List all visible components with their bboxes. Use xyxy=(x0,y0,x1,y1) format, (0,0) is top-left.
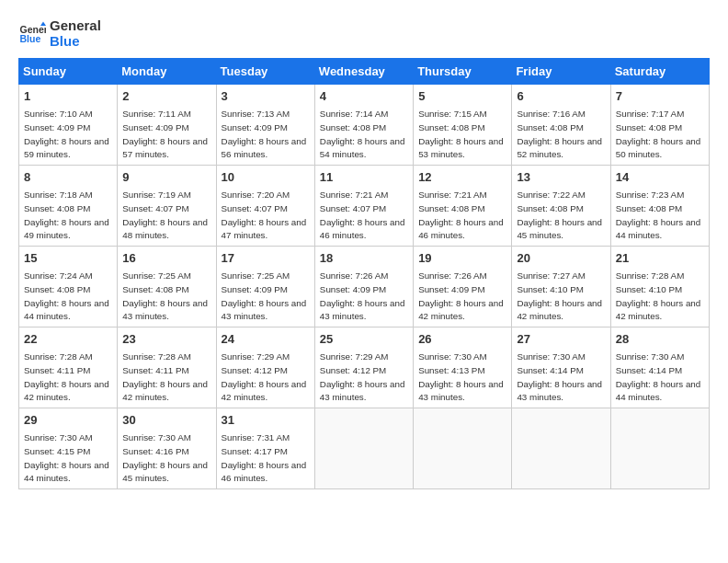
logo: General Blue General Blue xyxy=(18,18,101,49)
calendar-cell: 6Sunrise: 7:16 AMSunset: 4:08 PMDaylight… xyxy=(512,85,610,166)
calendar-cell: 31Sunrise: 7:31 AMSunset: 4:17 PMDayligh… xyxy=(216,408,314,489)
page-header: General Blue General Blue xyxy=(18,18,710,49)
day-info: Sunrise: 7:14 AMSunset: 4:08 PMDaylight:… xyxy=(320,109,405,159)
day-number: 4 xyxy=(320,88,408,105)
week-row-1: 1Sunrise: 7:10 AMSunset: 4:09 PMDaylight… xyxy=(19,85,710,166)
day-info: Sunrise: 7:30 AMSunset: 4:16 PMDaylight:… xyxy=(122,432,208,483)
day-number: 12 xyxy=(418,169,506,186)
day-info: Sunrise: 7:15 AMSunset: 4:08 PMDaylight:… xyxy=(418,109,504,159)
day-info: Sunrise: 7:30 AMSunset: 4:15 PMDaylight:… xyxy=(24,432,109,483)
day-number: 25 xyxy=(320,331,408,348)
day-info: Sunrise: 7:23 AMSunset: 4:08 PMDaylight:… xyxy=(616,190,701,240)
calendar-cell: 21Sunrise: 7:28 AMSunset: 4:10 PMDayligh… xyxy=(610,247,709,327)
calendar-cell: 13Sunrise: 7:22 AMSunset: 4:08 PMDayligh… xyxy=(512,166,610,247)
logo-line2: Blue xyxy=(50,34,101,50)
day-number: 16 xyxy=(122,250,210,267)
calendar-cell: 15Sunrise: 7:24 AMSunset: 4:08 PMDayligh… xyxy=(19,247,118,327)
day-info: Sunrise: 7:29 AMSunset: 4:12 PMDaylight:… xyxy=(320,351,405,402)
day-number: 3 xyxy=(222,88,310,105)
day-info: Sunrise: 7:11 AMSunset: 4:09 PMDaylight:… xyxy=(122,109,208,159)
calendar-cell: 26Sunrise: 7:30 AMSunset: 4:13 PMDayligh… xyxy=(414,327,512,408)
day-number: 22 xyxy=(24,331,112,348)
week-row-4: 22Sunrise: 7:28 AMSunset: 4:11 PMDayligh… xyxy=(19,327,710,408)
header-day-sunday: Sunday xyxy=(19,59,118,85)
day-number: 17 xyxy=(222,250,310,267)
calendar-cell: 5Sunrise: 7:15 AMSunset: 4:08 PMDaylight… xyxy=(414,85,512,166)
day-number: 8 xyxy=(24,169,112,186)
day-number: 1 xyxy=(24,88,112,105)
header-day-monday: Monday xyxy=(118,59,216,85)
day-number: 13 xyxy=(517,169,605,186)
day-info: Sunrise: 7:22 AMSunset: 4:08 PMDaylight:… xyxy=(517,190,602,240)
calendar-cell xyxy=(610,408,709,489)
day-number: 28 xyxy=(616,331,704,348)
calendar-cell xyxy=(314,408,413,489)
day-number: 10 xyxy=(222,169,310,186)
day-number: 18 xyxy=(320,250,408,267)
calendar-cell: 24Sunrise: 7:29 AMSunset: 4:12 PMDayligh… xyxy=(216,327,314,408)
day-number: 26 xyxy=(418,331,506,348)
day-info: Sunrise: 7:13 AMSunset: 4:09 PMDaylight:… xyxy=(222,109,307,159)
logo-line1: General xyxy=(50,18,101,34)
header-day-tuesday: Tuesday xyxy=(216,59,314,85)
calendar-cell: 27Sunrise: 7:30 AMSunset: 4:14 PMDayligh… xyxy=(512,327,610,408)
day-info: Sunrise: 7:24 AMSunset: 4:08 PMDaylight:… xyxy=(24,270,109,321)
day-info: Sunrise: 7:30 AMSunset: 4:14 PMDaylight:… xyxy=(517,351,602,402)
day-info: Sunrise: 7:30 AMSunset: 4:13 PMDaylight:… xyxy=(418,351,504,402)
day-info: Sunrise: 7:26 AMSunset: 4:09 PMDaylight:… xyxy=(320,270,405,321)
day-info: Sunrise: 7:26 AMSunset: 4:09 PMDaylight:… xyxy=(418,270,504,321)
week-row-5: 29Sunrise: 7:30 AMSunset: 4:15 PMDayligh… xyxy=(19,408,710,489)
week-row-2: 8Sunrise: 7:18 AMSunset: 4:08 PMDaylight… xyxy=(19,166,710,247)
day-number: 2 xyxy=(122,88,210,105)
calendar-cell: 25Sunrise: 7:29 AMSunset: 4:12 PMDayligh… xyxy=(314,327,413,408)
day-info: Sunrise: 7:25 AMSunset: 4:08 PMDaylight:… xyxy=(122,270,208,321)
day-info: Sunrise: 7:28 AMSunset: 4:10 PMDaylight:… xyxy=(616,270,701,321)
header-day-friday: Friday xyxy=(512,59,610,85)
calendar-cell xyxy=(512,408,610,489)
day-info: Sunrise: 7:21 AMSunset: 4:08 PMDaylight:… xyxy=(418,190,504,240)
header-day-saturday: Saturday xyxy=(610,59,709,85)
calendar-cell: 1Sunrise: 7:10 AMSunset: 4:09 PMDaylight… xyxy=(19,85,118,166)
calendar-cell: 23Sunrise: 7:28 AMSunset: 4:11 PMDayligh… xyxy=(118,327,216,408)
calendar-cell: 10Sunrise: 7:20 AMSunset: 4:07 PMDayligh… xyxy=(216,166,314,247)
day-number: 7 xyxy=(616,88,704,105)
day-info: Sunrise: 7:16 AMSunset: 4:08 PMDaylight:… xyxy=(517,109,602,159)
day-number: 6 xyxy=(517,88,605,105)
calendar-cell: 29Sunrise: 7:30 AMSunset: 4:15 PMDayligh… xyxy=(19,408,118,489)
calendar-cell: 7Sunrise: 7:17 AMSunset: 4:08 PMDaylight… xyxy=(610,85,709,166)
header-row: SundayMondayTuesdayWednesdayThursdayFrid… xyxy=(19,59,710,85)
day-number: 19 xyxy=(418,250,506,267)
day-number: 9 xyxy=(122,169,210,186)
day-number: 24 xyxy=(222,331,310,348)
header-day-wednesday: Wednesday xyxy=(314,59,413,85)
calendar-table: SundayMondayTuesdayWednesdayThursdayFrid… xyxy=(18,58,710,489)
day-info: Sunrise: 7:20 AMSunset: 4:07 PMDaylight:… xyxy=(222,190,307,240)
day-number: 29 xyxy=(24,412,112,429)
logo-icon: General Blue xyxy=(18,20,46,48)
calendar-cell: 2Sunrise: 7:11 AMSunset: 4:09 PMDaylight… xyxy=(118,85,216,166)
day-info: Sunrise: 7:27 AMSunset: 4:10 PMDaylight:… xyxy=(517,270,602,321)
calendar-cell: 18Sunrise: 7:26 AMSunset: 4:09 PMDayligh… xyxy=(314,247,413,327)
day-number: 11 xyxy=(320,169,408,186)
svg-text:Blue: Blue xyxy=(20,33,41,44)
calendar-cell: 22Sunrise: 7:28 AMSunset: 4:11 PMDayligh… xyxy=(19,327,118,408)
day-number: 30 xyxy=(122,412,210,429)
day-info: Sunrise: 7:31 AMSunset: 4:17 PMDaylight:… xyxy=(222,432,307,483)
calendar-cell: 30Sunrise: 7:30 AMSunset: 4:16 PMDayligh… xyxy=(118,408,216,489)
day-info: Sunrise: 7:29 AMSunset: 4:12 PMDaylight:… xyxy=(222,351,307,402)
day-info: Sunrise: 7:17 AMSunset: 4:08 PMDaylight:… xyxy=(616,109,701,159)
day-number: 15 xyxy=(24,250,112,267)
calendar-cell: 19Sunrise: 7:26 AMSunset: 4:09 PMDayligh… xyxy=(414,247,512,327)
day-number: 20 xyxy=(517,250,605,267)
day-number: 5 xyxy=(418,88,506,105)
day-info: Sunrise: 7:30 AMSunset: 4:14 PMDaylight:… xyxy=(616,351,701,402)
day-number: 23 xyxy=(122,331,210,348)
calendar-cell: 11Sunrise: 7:21 AMSunset: 4:07 PMDayligh… xyxy=(314,166,413,247)
day-number: 27 xyxy=(517,331,605,348)
day-info: Sunrise: 7:21 AMSunset: 4:07 PMDaylight:… xyxy=(320,190,405,240)
day-info: Sunrise: 7:25 AMSunset: 4:09 PMDaylight:… xyxy=(222,270,307,321)
calendar-cell: 16Sunrise: 7:25 AMSunset: 4:08 PMDayligh… xyxy=(118,247,216,327)
day-number: 31 xyxy=(222,412,310,429)
calendar-cell: 3Sunrise: 7:13 AMSunset: 4:09 PMDaylight… xyxy=(216,85,314,166)
calendar-cell: 4Sunrise: 7:14 AMSunset: 4:08 PMDaylight… xyxy=(314,85,413,166)
